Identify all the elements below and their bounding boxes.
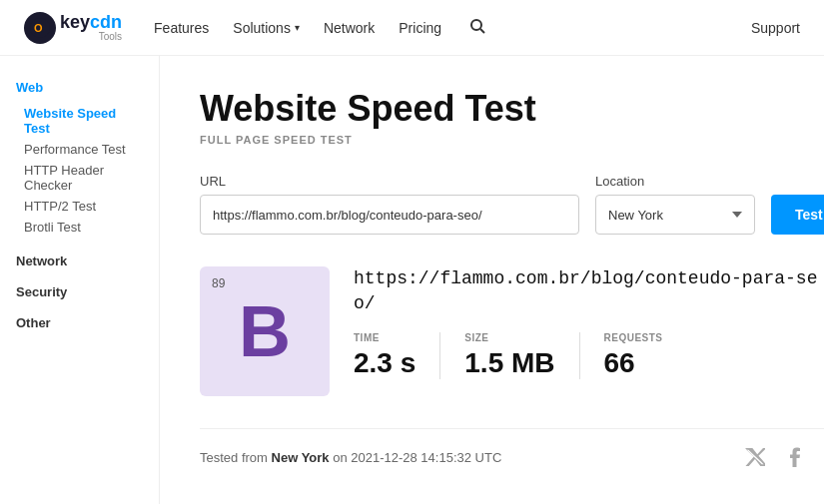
- sidebar-web-label: Web: [16, 80, 143, 95]
- size-value: 1.5 MB: [464, 347, 554, 379]
- size-label: SIZE: [464, 332, 554, 343]
- facebook-icon[interactable]: [783, 445, 807, 469]
- result-url: https://flammo.com.br/blog/conteudo-para…: [354, 266, 824, 316]
- logo-svg: O: [29, 17, 51, 39]
- grade-letter: B: [239, 295, 291, 367]
- stat-requests: REQUESTS 66: [604, 332, 687, 379]
- logo[interactable]: O keycdn Tools: [24, 12, 122, 44]
- sidebar-other-label: Other: [16, 315, 143, 330]
- sidebar-security-label: Security: [16, 284, 143, 299]
- stats-row: TIME 2.3 s SIZE 1.5 MB REQUESTS 66: [354, 332, 824, 379]
- nav-features[interactable]: Features: [154, 20, 209, 36]
- chevron-down-icon: ▾: [295, 22, 300, 33]
- nav-pricing[interactable]: Pricing: [399, 20, 441, 36]
- grade-number: 89: [212, 276, 225, 290]
- nav-solutions[interactable]: Solutions ▾: [233, 20, 300, 36]
- support-link[interactable]: Support: [751, 20, 800, 36]
- nav-network[interactable]: Network: [324, 20, 375, 36]
- main-content: Website Speed Test FULL PAGE SPEED TEST …: [160, 56, 824, 504]
- page-title: Website Speed Test: [200, 88, 824, 130]
- sidebar-network-label: Network: [16, 253, 143, 268]
- location-select[interactable]: New York London Singapore Tokyo Frankfur…: [595, 195, 755, 235]
- logo-brand: keycdn: [60, 13, 122, 33]
- location-label: Location: [595, 174, 755, 189]
- page-subtitle: FULL PAGE SPEED TEST: [200, 134, 824, 146]
- sidebar-item-performance-test[interactable]: Performance Test: [16, 139, 143, 160]
- stat-size: SIZE 1.5 MB: [464, 332, 579, 379]
- header: O keycdn Tools Features Solutions ▾ Netw…: [0, 0, 824, 56]
- requests-label: REQUESTS: [604, 332, 663, 343]
- svg-line-3: [480, 29, 484, 33]
- footer-location[interactable]: New York: [272, 450, 330, 465]
- footer-text: Tested from New York on 2021-12-28 14:15…: [200, 450, 501, 465]
- test-button[interactable]: Test: [771, 195, 824, 235]
- url-group: URL: [200, 174, 579, 235]
- requests-value: 66: [604, 347, 663, 379]
- sidebar-label-http-header: HTTP Header Checker: [24, 163, 104, 193]
- url-label: URL: [200, 174, 579, 189]
- sidebar-item-brotli-test[interactable]: Brotli Test: [16, 217, 143, 238]
- nav-solutions-label: Solutions: [233, 20, 291, 36]
- url-input[interactable]: [200, 195, 579, 235]
- result-details: https://flammo.com.br/blog/conteudo-para…: [354, 266, 824, 379]
- svg-point-2: [471, 20, 481, 30]
- stat-time: TIME 2.3 s: [354, 332, 440, 379]
- result-card: 89 B https://flammo.com.br/blog/conteudo…: [200, 266, 824, 396]
- search-icon[interactable]: [469, 18, 485, 37]
- svg-text:O: O: [34, 22, 43, 34]
- logo-tools-label: Tools: [60, 32, 122, 42]
- sidebar-item-http2-test[interactable]: HTTP/2 Test: [16, 196, 143, 217]
- sidebar-item-http-header-checker[interactable]: HTTP Header Checker: [16, 160, 143, 196]
- footer-prefix: Tested from: [200, 450, 272, 465]
- test-form: URL Location New York London Singapore T…: [200, 174, 824, 235]
- grade-box: 89 B: [200, 266, 330, 396]
- sidebar-item-website-speed-test[interactable]: Website Speed Test: [16, 103, 143, 139]
- logo-icon: O: [24, 12, 56, 44]
- logo-text: keycdn Tools: [60, 13, 122, 43]
- footer-suffix: on 2021-12-28 14:15:32 UTC: [330, 450, 502, 465]
- sidebar: Web Website Speed Test Performance Test …: [0, 56, 160, 504]
- time-label: TIME: [354, 332, 415, 343]
- twitter-icon[interactable]: [743, 445, 767, 469]
- time-value: 2.3 s: [354, 347, 415, 379]
- social-icons: [743, 445, 824, 469]
- page-layout: Web Website Speed Test Performance Test …: [0, 56, 824, 504]
- location-group: Location New York London Singapore Tokyo…: [595, 174, 755, 235]
- main-nav: Features Solutions ▾ Network Pricing: [154, 18, 485, 37]
- result-footer: Tested from New York on 2021-12-28 14:15…: [200, 428, 824, 469]
